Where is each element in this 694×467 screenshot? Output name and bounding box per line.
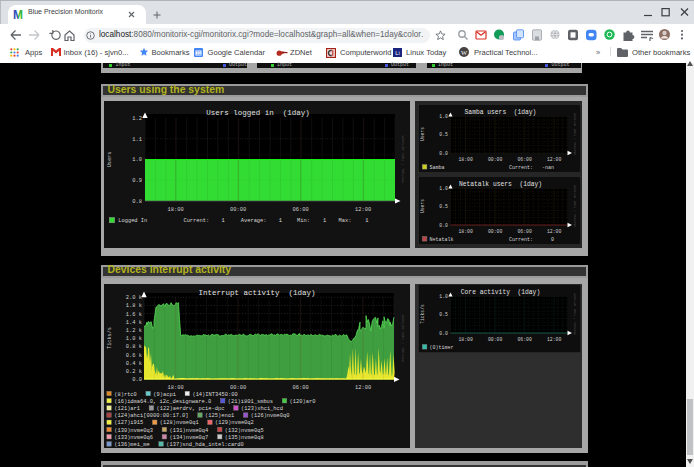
svg-text:RRDTOOL / TOBI OETIKER: RRDTOOL / TOBI OETIKER (401, 313, 405, 361)
svg-text:(135)nvme0q8: (135)nvme0q8 (225, 435, 264, 441)
svg-text:00:00: 00:00 (487, 337, 502, 342)
svg-text:0.4 k: 0.4 k (126, 361, 142, 367)
svg-text:18:00: 18:00 (168, 385, 184, 391)
svg-text:Netatalk: Netatalk (429, 236, 453, 242)
svg-text:(21)i801_smbus: (21)i801_smbus (228, 399, 273, 405)
svg-text:Users: Users (107, 152, 113, 168)
svg-text:1.8 k: 1.8 k (126, 303, 142, 309)
svg-text:06:00: 06:00 (293, 207, 309, 213)
svg-text:M: M (13, 8, 23, 19)
svg-text:2.0 k: 2.0 k (126, 295, 142, 301)
svg-text:0.6 k: 0.6 k (126, 353, 142, 359)
svg-text:1.0: 1.0 (439, 114, 448, 119)
svg-text:(125)eno1: (125)eno1 (205, 413, 234, 419)
svg-text:(14)INT3450:00: (14)INT3450:00 (192, 392, 237, 398)
svg-text:1.2: 1.2 (132, 116, 142, 122)
svg-text:0.9: 0.9 (132, 178, 142, 184)
svg-text:RRDTOOL / TOBI OETIKER: RRDTOOL / TOBI OETIKER (572, 293, 576, 335)
svg-text:(133)nvme0q6: (133)nvme0q6 (114, 435, 153, 441)
svg-text:18:00: 18:00 (458, 157, 473, 162)
svg-text:1: 1 (323, 218, 326, 224)
svg-text:1.0: 1.0 (439, 294, 448, 299)
svg-text:Users logged in (1day): Users logged in (1day) (206, 109, 310, 117)
svg-text:1.6 k: 1.6 k (126, 312, 142, 318)
svg-text:1.0 k: 1.0 k (126, 336, 142, 342)
svg-text:(132)nvme0q5: (132)nvme0q5 (225, 428, 264, 434)
svg-text:Interrupt activity (1day): Interrupt activity (1day) (198, 289, 315, 297)
svg-text:00:00: 00:00 (230, 207, 246, 213)
svg-text:(136)mei_me: (136)mei_me (114, 442, 150, 448)
svg-text:0.8 k: 0.8 k (126, 344, 142, 350)
svg-text:12:00: 12:00 (546, 157, 561, 162)
svg-text:06:00: 06:00 (517, 337, 532, 342)
svg-text:0.5: 0.5 (439, 312, 448, 317)
svg-text:Logged In: Logged In (118, 218, 147, 224)
svg-text:Samba users (1day): Samba users (1day) (464, 109, 536, 116)
svg-text:(9)acpi: (9)acpi (153, 392, 176, 398)
svg-text:Current:: Current: (183, 218, 209, 224)
svg-text:(120)ar0: (120)ar0 (290, 399, 316, 405)
svg-text:(121)ar1: (121)ar1 (114, 406, 140, 412)
svg-text:12:00: 12:00 (546, 337, 561, 342)
svg-text:1: 1 (365, 218, 368, 224)
svg-text:(131)nvme0q4: (131)nvme0q4 (170, 428, 209, 434)
svg-text:(123)xhci_hcd: (123)xhci_hcd (241, 406, 283, 412)
svg-text:12:00: 12:00 (546, 229, 561, 234)
svg-text:Users: Users (420, 198, 425, 212)
svg-text:31: 31 (196, 50, 202, 55)
svg-text:1.0: 1.0 (439, 186, 448, 191)
svg-text:0.5: 0.5 (439, 204, 448, 209)
svg-text:06:00: 06:00 (517, 229, 532, 234)
svg-text:Current: 0: Current: 0 (508, 236, 553, 242)
svg-text:0.0: 0.0 (439, 331, 448, 336)
svg-text:1.4 k: 1.4 k (126, 320, 142, 326)
svg-text:(137)snd_hda_intel:card0: (137)snd_hda_intel:card0 (166, 442, 244, 448)
svg-text:(122)aerdrv, pcie-dpc: (122)aerdrv, pcie-dpc (157, 406, 225, 412)
svg-text:1: 1 (222, 218, 225, 224)
svg-text:Ticks/s: Ticks/s (107, 327, 113, 349)
svg-text:1.2 k: 1.2 k (126, 328, 142, 334)
svg-text:00:00: 00:00 (487, 157, 502, 162)
svg-text:0.5: 0.5 (439, 132, 448, 137)
svg-text:Li: Li (395, 50, 399, 56)
svg-text:(8)rtc0: (8)rtc0 (114, 392, 137, 398)
svg-text:18:00: 18:00 (458, 337, 473, 342)
svg-text:18:00: 18:00 (168, 207, 184, 213)
svg-text:RRDTOOL / TOBI OETIKER: RRDTOOL / TOBI OETIKER (572, 184, 576, 226)
svg-text:Max:: Max: (339, 218, 352, 224)
svg-text:0.2 k: 0.2 k (126, 369, 142, 375)
svg-text:06:00: 06:00 (517, 157, 532, 162)
svg-text:00:00: 00:00 (230, 385, 246, 391)
svg-text:1.1: 1.1 (132, 137, 142, 143)
svg-text:1.0: 1.0 (132, 157, 142, 163)
svg-text:00:00: 00:00 (487, 229, 502, 234)
svg-text:12:00: 12:00 (355, 385, 371, 391)
svg-text:(127)i915: (127)i915 (114, 420, 143, 426)
svg-text:(124)ahci[0000:00:17.0]: (124)ahci[0000:00:17.0] (114, 413, 188, 419)
svg-text:(0)timer: (0)timer (429, 345, 453, 351)
svg-text:0.0: 0.0 (439, 222, 448, 227)
svg-text:Min:: Min: (297, 218, 310, 224)
svg-text:W: W (461, 49, 468, 56)
svg-text:Average:: Average: (241, 218, 267, 224)
svg-text:Samba: Samba (429, 164, 444, 170)
svg-text:Current: -nan: Current: -nan (508, 164, 553, 170)
svg-text:18:00: 18:00 (458, 229, 473, 234)
svg-text:(16)idma64.0, i2c_designware.0: (16)idma64.0, i2c_designware.0 (114, 399, 211, 405)
svg-text:Ticks/s: Ticks/s (420, 304, 425, 324)
svg-text:1: 1 (279, 218, 282, 224)
svg-text:Core activity (1day): Core activity (1day) (460, 289, 539, 296)
svg-text:Netatalk users (1day): Netatalk users (1day) (458, 181, 541, 188)
svg-text:RRDTOOL / TOBI OETIKER: RRDTOOL / TOBI OETIKER (572, 112, 576, 154)
svg-text:(126)nvme0q0: (126)nvme0q0 (251, 413, 290, 419)
svg-text:0.0: 0.0 (132, 377, 142, 383)
svg-text:0.8: 0.8 (132, 199, 142, 205)
svg-text:(128)nvme0q1: (128)nvme0q1 (160, 420, 199, 426)
svg-text:Users: Users (420, 126, 425, 140)
svg-text:(134)nvme0q7: (134)nvme0q7 (170, 435, 209, 441)
svg-text:(130)nvme0q3: (130)nvme0q3 (114, 428, 153, 434)
svg-text:06:00: 06:00 (293, 385, 309, 391)
svg-text:0.0: 0.0 (439, 150, 448, 155)
svg-text:(129)nvme0q2: (129)nvme0q2 (215, 420, 254, 426)
svg-text:RRDTOOL / TOBI OETIKER: RRDTOOL / TOBI OETIKER (401, 134, 405, 182)
